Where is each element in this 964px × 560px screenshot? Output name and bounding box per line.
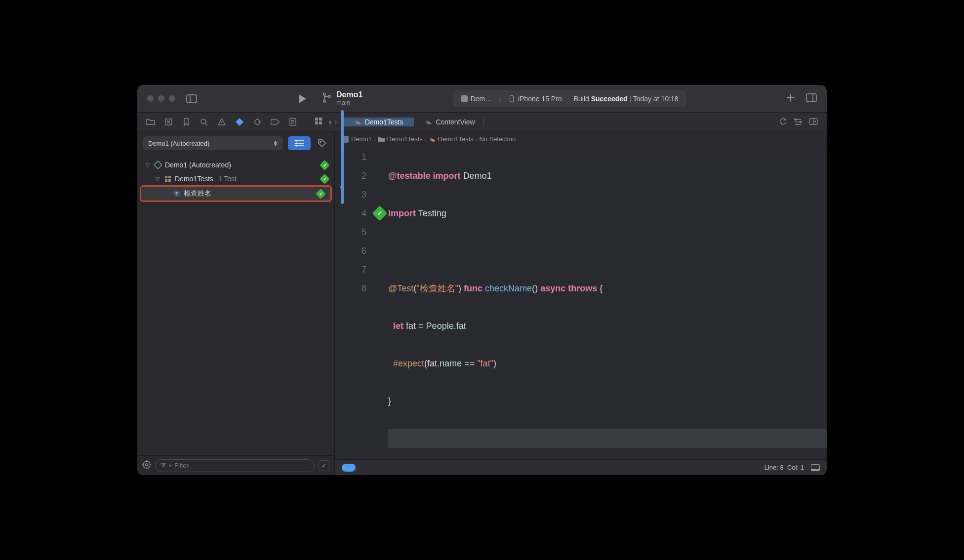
crumb-file[interactable]: Demo1Tests <box>429 135 474 143</box>
only-failed-toggle[interactable]: ✓ <box>319 460 329 471</box>
chevron-icon: › <box>374 136 376 142</box>
filter-list-button[interactable] <box>288 136 311 150</box>
tab-demo1tests[interactable]: Demo1Tests <box>343 118 414 126</box>
phone-icon <box>508 95 515 102</box>
folder-nav-icon[interactable] <box>146 118 155 126</box>
code-content[interactable]: @testable import Demo1 import Testing @T… <box>388 147 827 459</box>
titlebar: Demo1 main Dem… › iPhone 15 Pro Build Su… <box>137 85 827 113</box>
line-numbers: 1 2 3 4 5 6 7 8 <box>350 147 371 459</box>
debug-nav-icon[interactable] <box>253 118 262 126</box>
minimap-toggle[interactable] <box>342 464 356 472</box>
zoom-dot[interactable] <box>169 95 175 102</box>
jump-bar[interactable]: Demo1 › Demo1Tests › Demo1Tests › No Sel… <box>335 131 827 147</box>
svg-point-20 <box>296 140 297 142</box>
test-pass-icon[interactable] <box>372 205 387 221</box>
svg-point-10 <box>201 119 206 124</box>
filter-funnel-icon: ⧩ <box>161 462 166 470</box>
svg-point-31 <box>146 463 148 465</box>
run-button[interactable] <box>297 93 308 104</box>
toolbar-right <box>776 93 827 104</box>
activity-well[interactable]: Dem… › iPhone 15 Pro Build Succeeded | T… <box>453 90 686 107</box>
bookmark-nav-icon[interactable] <box>182 118 191 126</box>
test-plan-icon <box>154 161 162 169</box>
refresh-icon[interactable] <box>779 118 787 126</box>
scheme-chevron-icon: › <box>499 95 501 103</box>
test-plan-row[interactable]: ▽ Demo1 (Autocreated) <box>137 158 334 172</box>
report-nav-icon[interactable] <box>288 118 297 126</box>
filter-field[interactable]: ⧩ ▾ Filter <box>155 459 315 472</box>
test-tree: ▽ Demo1 (Autocreated) ▽ Demo1Tests 1 Tes… <box>137 155 334 455</box>
toolbar-left <box>175 93 308 104</box>
scheme-branch-block[interactable]: Demo1 main <box>322 91 362 106</box>
adjust-editor-icon[interactable] <box>794 118 802 126</box>
tag-icon[interactable] <box>316 139 328 148</box>
find-nav-icon[interactable] <box>200 118 208 126</box>
test-plan-name: Demo1 (Autocreated) <box>165 161 231 169</box>
svg-rect-17 <box>795 119 796 120</box>
svg-rect-27 <box>168 179 171 182</box>
branch-text: Demo1 main <box>336 91 362 106</box>
navigator-filter-row: Demo1 (Autocreated) ▲▼ <box>137 131 334 155</box>
close-dot[interactable] <box>147 95 154 102</box>
crumb-folder[interactable]: Demo1Tests <box>378 135 423 143</box>
scheme-name: Dem… <box>471 95 492 103</box>
library-panel-icon[interactable] <box>806 93 817 104</box>
tab-divider <box>483 118 483 126</box>
breakpoint-dot-icon[interactable] <box>340 185 344 189</box>
chevron-down-icon: ▾ <box>169 463 171 468</box>
source-control-nav-icon[interactable] <box>164 118 173 126</box>
folder-icon <box>378 136 385 143</box>
activity-well-container: Dem… › iPhone 15 Pro Build Succeeded | T… <box>362 90 776 107</box>
crumb-symbol: No Selection <box>479 135 516 143</box>
device-name: iPhone 15 Pro <box>518 95 562 103</box>
pass-badge-icon <box>316 188 326 199</box>
back-icon[interactable]: ‹ <box>329 118 331 126</box>
swift-icon <box>354 119 361 125</box>
svg-rect-26 <box>165 179 167 182</box>
swift-icon <box>429 136 436 143</box>
svg-rect-13 <box>315 118 318 120</box>
test-case-row[interactable]: T 检查姓名 <box>141 187 330 200</box>
svg-point-4 <box>328 95 330 97</box>
navigator-bar: ‹ › Demo1Tests ContentView <box>137 113 827 131</box>
build-status: Build Succeeded | Today at 10:18 <box>574 95 679 103</box>
svg-rect-15 <box>315 121 318 124</box>
pass-badge-icon <box>320 160 330 170</box>
svg-rect-24 <box>165 176 167 178</box>
svg-text:T: T <box>175 191 178 196</box>
related-items-icon[interactable] <box>315 118 322 126</box>
scheme-segment[interactable]: Dem… <box>461 95 492 103</box>
add-editor-icon[interactable] <box>809 118 818 126</box>
sidebar-toggle-icon[interactable] <box>186 93 197 104</box>
nav-history: ‹ › <box>329 118 337 126</box>
disclosure-icon[interactable]: ▽ <box>154 176 161 182</box>
forward-icon[interactable]: › <box>334 118 337 126</box>
breakpoint-nav-icon[interactable] <box>271 118 280 126</box>
crumb-project[interactable]: Demo1 <box>342 135 372 143</box>
branch-icon <box>322 92 331 105</box>
svg-point-30 <box>143 461 150 468</box>
test-plan-label: Demo1 (Autocreated) <box>148 140 209 147</box>
debug-area-toggle-icon[interactable] <box>811 464 820 471</box>
editor-pane: Demo1 › Demo1Tests › Demo1Tests › No Sel… <box>335 131 827 475</box>
test-case-name: 检查姓名 <box>184 189 211 198</box>
test-plan-picker[interactable]: Demo1 (Autocreated) ▲▼ <box>143 136 283 150</box>
device-segment[interactable]: iPhone 15 Pro <box>508 95 562 103</box>
disclosure-icon[interactable]: ▽ <box>144 162 151 168</box>
test-suite-row[interactable]: ▽ Demo1Tests 1 Test <box>137 172 334 186</box>
minimize-dot[interactable] <box>158 95 164 102</box>
svg-rect-18 <box>800 121 802 122</box>
svg-point-21 <box>296 143 297 144</box>
test-count: 1 Test <box>218 175 237 183</box>
gear-icon[interactable] <box>142 460 151 471</box>
test-navigator: Demo1 (Autocreated) ▲▼ ▽ Demo1 (Autocrea… <box>137 131 335 475</box>
test-gutter <box>371 147 388 459</box>
editor-footer: Line: 8 Col: 1 <box>335 459 827 475</box>
test-nav-icon[interactable] <box>235 118 244 126</box>
svg-rect-25 <box>168 176 171 178</box>
code-editor[interactable]: 1 2 3 4 5 6 7 8 @testable import Demo1 i… <box>335 147 827 459</box>
tab-contentview[interactable]: ContentView <box>414 118 494 126</box>
issue-nav-icon[interactable] <box>217 118 226 126</box>
add-button[interactable] <box>786 93 795 104</box>
svg-rect-16 <box>319 121 322 124</box>
